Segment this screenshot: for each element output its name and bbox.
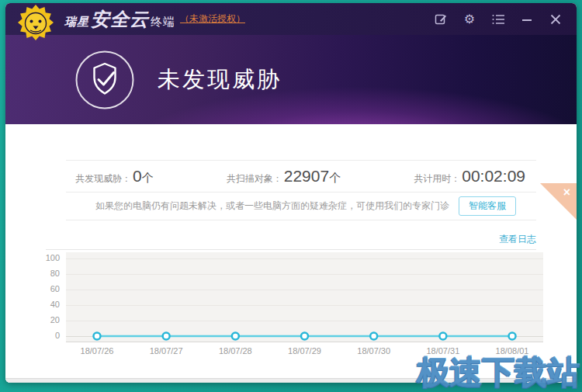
data-point [232,333,239,340]
window-controls: ⚙ [432,11,564,28]
stat-label: 共计用时： [414,172,460,186]
chart-plot-wrap: 18/07/2618/07/2718/07/2818/07/2918/07/30… [66,252,543,359]
menu-list-icon[interactable] [490,11,507,28]
stat-value: 22907 [284,167,329,186]
chart-plot [66,252,543,342]
app-window: 瑞星 安全云 终端 （未激活授权） ⚙ [5,3,577,383]
stat-threats-found: 共发现威胁： 0 个 [75,167,154,186]
data-point [509,333,516,340]
settings-gear-icon[interactable]: ⚙ [461,11,478,28]
stat-label: 共发现威胁： [75,172,131,186]
brand-suffix: 终端 [151,15,175,29]
y-tick-label: 100 [46,253,60,263]
x-tick-label: 18/07/27 [150,346,183,356]
x-tick-label: 18/07/29 [288,346,321,356]
page-frame: 瑞星 安全云 终端 （未激活授权） ⚙ [0,0,582,392]
brand-prefix: 瑞星 [64,15,89,29]
chart-y-axis: 020406080100 [40,252,66,342]
stat-objects-scanned: 共扫描对象： 22907 个 [227,167,341,186]
x-tick-label: 18/07/31 [426,346,459,356]
scan-stats-panel: 共发现威胁： 0 个 共扫描对象： 22907 个 共计用时： 00:02:09 [66,160,536,220]
x-tick-label: 18/07/28 [219,346,252,356]
smart-customer-service-button[interactable]: 智能客服 [459,196,516,216]
stat-value: 0 [133,167,142,186]
data-point [301,333,308,340]
view-log-link[interactable]: 查看日志 [499,234,536,245]
y-tick-label: 20 [50,315,60,325]
x-tick-label: 18/08/01 [496,346,529,356]
chart-x-axis: 18/07/2618/07/2718/07/2818/07/2918/07/30… [66,346,543,359]
scan-history-chart: 020406080100 18/07/2618/07/2718/07/2818/… [40,252,577,359]
data-point [93,333,100,340]
y-tick-label: 40 [50,300,60,310]
close-icon[interactable] [547,11,564,28]
x-tick-label: 18/07/30 [357,346,390,356]
y-tick-label: 0 [55,331,60,341]
feedback-icon[interactable] [432,11,449,28]
titlebar: 瑞星 安全云 终端 （未激活授权） ⚙ [5,3,577,35]
content-area: × 共发现威胁： 0 个 共扫描对象： 22907 个 共计用时： [5,160,577,383]
stat-value: 00:02:09 [462,167,525,186]
data-point [370,333,377,340]
data-point [439,333,446,340]
log-link-row: 查看日志 [46,231,536,245]
x-tick-label: 18/07/26 [81,346,114,356]
divider [46,249,536,250]
expert-notice-text: 如果您的电脑仍有问题未解决，或者一些电脑方面的疑难杂症，可使用我们的专家门诊 [95,199,449,213]
scan-result-banner: 未发现威胁 [5,35,577,124]
brand-main: 安全云 [91,7,149,32]
status-bar: ☁ 已连接瑞星安全云 [5,378,577,383]
y-tick-label: 80 [50,269,60,279]
chart-line-svg [66,252,543,342]
expert-notice-bar: 如果您的电脑仍有问题未解决，或者一些电脑方面的疑难杂症，可使用我们的专家门诊 智… [66,193,536,220]
stat-unit: 个 [142,171,154,186]
ribbon-close-icon: × [563,186,570,199]
minimize-icon[interactable] [518,11,535,28]
y-tick-label: 60 [50,284,60,294]
stat-label: 共扫描对象： [227,172,282,186]
stat-time-elapsed: 共计用时： 00:02:09 [414,167,525,186]
scan-result-title: 未发现威胁 [158,64,282,95]
panel-close-ribbon[interactable]: × [540,183,577,220]
rising-lion-logo-icon [18,5,54,40]
shield-check-icon [74,49,136,111]
license-activation-link[interactable]: （未激活授权） [180,12,245,26]
app-title: 瑞星 安全云 终端 [64,7,175,32]
data-point [163,333,170,340]
stats-row: 共发现威胁： 0 个 共扫描对象： 22907 个 共计用时： 00:02:09 [66,161,536,193]
stat-unit: 个 [329,171,341,186]
